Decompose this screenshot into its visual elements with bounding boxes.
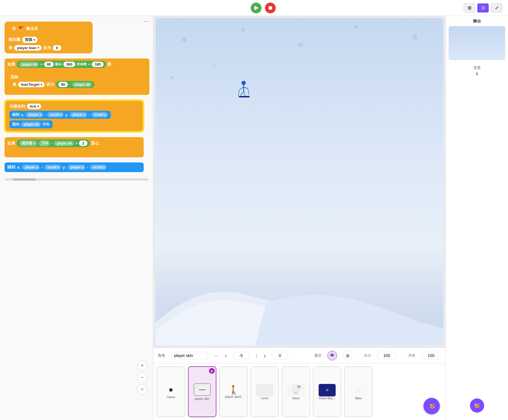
svg-point-12 bbox=[294, 392, 298, 394]
svg-line-10 bbox=[248, 89, 249, 95]
player-dir-var2[interactable]: player dir bbox=[72, 82, 92, 87]
add-backdrop-button[interactable]: 🐱 + bbox=[470, 398, 484, 413]
stop-button[interactable] bbox=[265, 3, 276, 13]
num-2[interactable]: 2 bbox=[79, 141, 87, 146]
size-input[interactable] bbox=[377, 352, 397, 359]
snowflake-1: ❄ bbox=[181, 35, 188, 45]
zoom-in-button[interactable]: + bbox=[137, 360, 147, 371]
show-label: 显示 bbox=[314, 353, 322, 358]
delete-sprite-button[interactable]: 🗑 bbox=[209, 368, 215, 374]
cat-plus-backdrop-icon: 🐱 + bbox=[474, 402, 480, 409]
y-input[interactable] bbox=[271, 352, 289, 359]
if-label: 如果 bbox=[7, 62, 15, 67]
flag-icon: 🚩 bbox=[18, 26, 24, 31]
snowflake-10: ❄ bbox=[170, 75, 173, 80]
abs-condition: 绝对值 ▼ 方向 - player dir > 2 bbox=[17, 139, 90, 147]
dir-dropdown[interactable]: 方向 bbox=[39, 140, 50, 146]
scroll-x-var[interactable]: scroll x bbox=[47, 112, 64, 117]
level-sprite-name: Level bbox=[261, 396, 268, 400]
if-row-4: 如果 绝对值 ▼ 方向 - player dir > 2 那 bbox=[7, 139, 141, 147]
group1-when-flag: 当 🚩 被点击 移到最 前面 ▼ 将 player lean ▼ 设为 0 bbox=[5, 22, 93, 53]
player-dir-var3[interactable]: player dir bbox=[21, 122, 41, 127]
sprite-card-level[interactable]: Level bbox=[250, 366, 279, 417]
show-visible-button[interactable]: 👁 bbox=[327, 351, 337, 360]
else-set-label: 将 bbox=[12, 82, 16, 87]
svg-rect-1 bbox=[269, 6, 272, 10]
x-label: x bbox=[225, 354, 227, 358]
sprite-name-input[interactable] bbox=[171, 352, 208, 359]
player-lean-dropdown[interactable]: player lean ▼ bbox=[14, 45, 41, 51]
condition-block: player dir + 90 除以 360 的余数 < 180 bbox=[17, 61, 106, 68]
face-row: 面向 player dir 方向 bbox=[9, 120, 139, 128]
game-icon: ● bbox=[169, 385, 173, 394]
move-to-row: 移到 x: player x - scroll x y: player y - bbox=[9, 111, 139, 119]
else-section: 否则 将 leanTarget ▼ 设为 90 - player dir bbox=[7, 73, 147, 90]
sprite-card-snow-bac[interactable]: 🌌 Snow-Bac... bbox=[313, 366, 341, 417]
direction-input[interactable] bbox=[421, 352, 441, 359]
hide-button[interactable]: ⊘ bbox=[343, 351, 352, 360]
clicked-label: 被点击 bbox=[26, 26, 38, 31]
svg-line-4 bbox=[239, 87, 244, 90]
value-input-0[interactable]: 0 bbox=[53, 45, 61, 51]
player-dir-var4[interactable]: player dir bbox=[54, 141, 74, 146]
player-x-var[interactable]: player x bbox=[26, 112, 43, 117]
layout-button-fullscreen[interactable]: ⤢ bbox=[491, 3, 502, 12]
svg-text:+: + bbox=[478, 402, 480, 406]
scroll-y-var5[interactable]: scroll y bbox=[90, 165, 106, 170]
size-label: 大小 bbox=[364, 353, 371, 358]
stage-canvas: ❄ ❄ ❄ ❄ ❄ ❄ ❄ ❄ ❄ ❄ ❄ bbox=[156, 18, 443, 345]
sprite-card-player-skin[interactable]: 🗑 — player skin bbox=[188, 366, 216, 417]
svg-text:⏰: ⏰ bbox=[298, 386, 301, 388]
player-dir-var[interactable]: player dir bbox=[19, 62, 39, 67]
backdrop-section: 背景 1 bbox=[449, 65, 505, 76]
scroll-y-var[interactable]: scroll y bbox=[91, 112, 108, 117]
backdrop-count: 1 bbox=[449, 72, 505, 76]
y-label-5: y: bbox=[63, 165, 66, 170]
hat-block-when-flag: 当 🚩 被点击 bbox=[9, 24, 89, 33]
player-y-var5[interactable]: player y bbox=[68, 165, 85, 170]
sprite-card-ideas[interactable]: ⏰ ideas bbox=[282, 366, 310, 417]
green-flag-button[interactable] bbox=[251, 3, 262, 13]
svg-rect-8 bbox=[239, 96, 250, 97]
else-row: 将 leanTarget ▼ 设为 90 - player dir bbox=[10, 81, 144, 88]
flake-icon: · bbox=[350, 384, 367, 396]
minimize-button[interactable]: — bbox=[143, 18, 149, 24]
player-x-var5[interactable]: player x bbox=[22, 165, 39, 170]
minus-5a: - bbox=[41, 165, 43, 170]
group4-if: 如果 绝对值 ▼ 方向 - player dir > 2 那 bbox=[5, 137, 144, 157]
backdrop-label: 背景 bbox=[449, 65, 505, 70]
tick-dropdown[interactable]: tick ▼ bbox=[27, 104, 41, 109]
svg-marker-0 bbox=[254, 6, 258, 10]
zoom-out-button[interactable]: − bbox=[137, 372, 147, 383]
sprite-card-player-skin2[interactable]: 🚶 player skin2 bbox=[219, 366, 248, 417]
stage-label: 舞台 bbox=[449, 19, 505, 24]
layout-button-1[interactable]: ⊞ bbox=[464, 3, 475, 12]
scroll-x-var5[interactable]: scroll x bbox=[45, 165, 61, 170]
minus-5b: - bbox=[87, 165, 88, 170]
layout-button-2[interactable]: ⊟ bbox=[477, 3, 489, 12]
front-dropdown[interactable]: 前面 ▼ bbox=[22, 37, 37, 43]
x-input[interactable] bbox=[233, 352, 250, 359]
top-bar-center bbox=[251, 3, 276, 13]
snowflake-3: ❄ bbox=[298, 41, 303, 49]
op-num-90[interactable]: 90 bbox=[58, 82, 68, 87]
num-90[interactable]: 90 bbox=[44, 62, 54, 67]
horizontal-scrollbar[interactable] bbox=[5, 178, 149, 181]
zoom-controls: + − = bbox=[137, 360, 147, 394]
receive-hat-row: 当接收到 tick ▼ bbox=[9, 104, 139, 109]
set-label: 将 bbox=[9, 45, 12, 51]
abs-dropdown[interactable]: 绝对值 ▼ bbox=[19, 140, 37, 146]
fit-screen-button[interactable]: = bbox=[137, 384, 147, 394]
sprite-card-flake[interactable]: · flake bbox=[344, 366, 373, 417]
then-label-4: 那么 bbox=[91, 141, 99, 146]
num-360[interactable]: 360 bbox=[63, 62, 75, 67]
set-variable-row: 将 player lean ▼ 设为 0 bbox=[9, 45, 89, 51]
snow-bac-sprite-name: Snow-Bac... bbox=[319, 396, 335, 400]
add-sprite-button[interactable]: 🐱 + bbox=[423, 398, 440, 414]
level-icon bbox=[256, 384, 273, 396]
num-180[interactable]: 180 bbox=[92, 62, 104, 67]
player-y-var[interactable]: player y bbox=[70, 112, 87, 117]
sprite-card-game[interactable]: ● Game bbox=[157, 366, 185, 417]
lean-target-dropdown[interactable]: leanTarget ▼ bbox=[18, 82, 45, 87]
stage-thumbnail bbox=[449, 26, 505, 60]
